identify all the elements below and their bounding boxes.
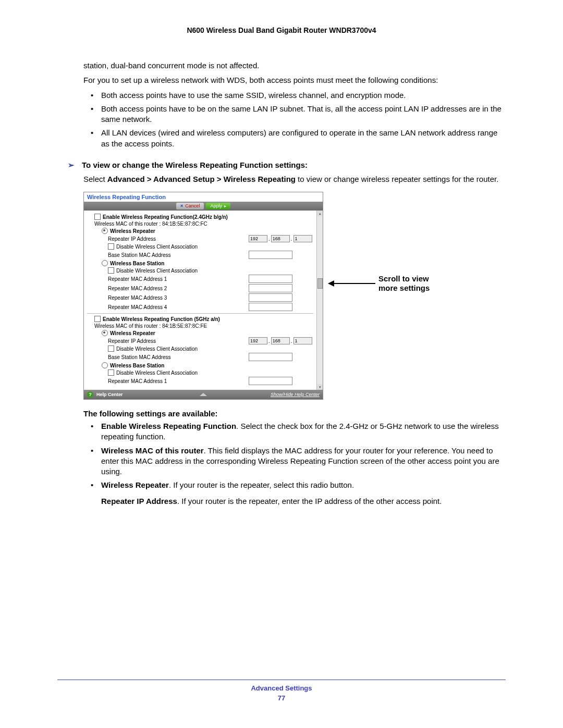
repeater-24-radio[interactable] — [102, 228, 108, 234]
ui-body: Enable Wireless Repeating Function(2.4GH… — [84, 211, 323, 390]
chevron-up-icon[interactable]: ▴ — [317, 211, 323, 216]
disable-assoc-5b-row: Disable Wireless Client Association — [87, 369, 313, 376]
rmac3-24-input[interactable] — [249, 293, 292, 302]
rmac1-24-row: Repeater MAC Address 1 — [87, 275, 313, 283]
show-hide-help[interactable]: Show/Hide Help Center — [271, 392, 320, 397]
chevron-up-icon[interactable] — [200, 393, 207, 396]
disable-assoc-5a-label: Disable Wireless Client Association — [116, 346, 198, 352]
rmac2-24-row: Repeater MAC Address 2 — [87, 284, 313, 292]
enable-24-checkbox[interactable] — [94, 214, 101, 220]
setting-1-bold: Enable Wireless Repeating Function — [101, 422, 236, 430]
disable-assoc-24a-label: Disable Wireless Client Association — [116, 244, 198, 250]
base-5-label: Wireless Base Station — [110, 363, 164, 368]
base-5-row: Wireless Base Station — [87, 362, 313, 368]
repeater-24-row: Wireless Repeater — [87, 228, 313, 234]
setting-4-text: . If your router is the repeater, enter … — [177, 497, 442, 505]
callout-l2: more settings — [378, 283, 430, 292]
base-24-row: Wireless Base Station — [87, 260, 313, 266]
footer: Advanced Settings 77 — [57, 680, 506, 702]
settings-list: Enable Wireless Repeating Function. Sele… — [89, 421, 506, 507]
scrollbar[interactable]: ▴ ▾ — [316, 211, 323, 390]
repeater-5-radio[interactable] — [102, 330, 108, 336]
apply-label: Apply — [210, 203, 222, 209]
help-label[interactable]: Help Center — [96, 392, 123, 397]
setting-2: Wireless MAC of this router. This field … — [89, 446, 506, 477]
base-24-label: Wireless Base Station — [110, 261, 164, 266]
step-bold: Advanced > Advanced Setup > Wireless Rep… — [107, 175, 296, 183]
rmac1-24-label: Repeater MAC Address 1 — [108, 276, 249, 282]
basemac-5-row: Base Station MAC Address — [87, 353, 313, 361]
scrollbar-thumb[interactable] — [317, 278, 323, 289]
chevron-right-icon: ▸ — [224, 203, 226, 209]
cancel-button[interactable]: ×Cancel — [176, 203, 204, 209]
rmac1-5-row: Repeater MAC Address 1 — [87, 377, 313, 385]
basemac-5-input[interactable] — [249, 353, 292, 361]
rmac4-24-input[interactable] — [249, 303, 292, 311]
basemac-5-label: Base Station MAC Address — [108, 354, 249, 360]
mac-5-row: Wireless MAC of this router : 84:1B:5E:8… — [87, 323, 313, 329]
ip24-b[interactable] — [271, 235, 290, 242]
setting-3: Wireless Repeater. If your router is the… — [89, 480, 506, 507]
separator — [87, 313, 313, 314]
help-icon[interactable]: ? — [87, 391, 93, 398]
base-24-radio[interactable] — [102, 260, 108, 266]
repeater-5-label: Wireless Repeater — [110, 330, 155, 336]
disable-assoc-5a-checkbox[interactable] — [108, 346, 114, 352]
repeater-ip-5-row: Repeater IP Address . . . — [87, 337, 313, 344]
callout-text: Scroll to view more settings — [378, 274, 430, 293]
disable-assoc-24b-checkbox[interactable] — [108, 267, 114, 274]
disable-assoc-5b-checkbox[interactable] — [108, 369, 114, 376]
cancel-label: Cancel — [185, 203, 200, 209]
basemac-24-label: Base Station MAC Address — [108, 252, 249, 258]
condition-1: Both access points have to use the same … — [89, 90, 506, 101]
basemac-24-row: Base Station MAC Address — [87, 251, 313, 259]
intro-line-2: For you to set up a wireless network wit… — [83, 75, 506, 85]
rmac2-24-input[interactable] — [249, 284, 292, 292]
arrow-left-icon — [328, 283, 375, 284]
ip5-c[interactable] — [293, 337, 312, 344]
step-pre: Select — [83, 175, 107, 183]
ui-title: Wireless Repeating Function — [84, 192, 323, 202]
footer-title: Advanced Settings — [57, 684, 506, 692]
rmac4-24-row: Repeater MAC Address 4 — [87, 303, 313, 311]
chevron-down-icon[interactable]: ▾ — [317, 384, 323, 390]
repeater-5-row: Wireless Repeater — [87, 330, 313, 336]
rmac2-24-label: Repeater MAC Address 2 — [108, 286, 249, 291]
disable-assoc-5b-label: Disable Wireless Client Association — [116, 370, 198, 376]
base-5-radio[interactable] — [102, 362, 108, 368]
button-bar: ×Cancel Apply▸ — [84, 202, 323, 211]
repeater-ip-24-row: Repeater IP Address . . . — [87, 235, 313, 242]
rmac1-24-input[interactable] — [249, 275, 292, 283]
scroll-area[interactable]: Enable Wireless Repeating Function(2.4GH… — [87, 213, 320, 389]
callout: Scroll to view more settings — [328, 274, 430, 293]
condition-3: All LAN devices (wired and wireless comp… — [89, 128, 506, 149]
page-number: 77 — [57, 694, 506, 702]
procedure-heading-text: To view or change the Wireless Repeating… — [82, 161, 308, 169]
enable-5-checkbox[interactable] — [94, 316, 101, 322]
ip24-c[interactable] — [293, 235, 312, 242]
procedure-heading: ➢To view or change the Wireless Repeatin… — [68, 161, 506, 170]
basemac-24-input[interactable] — [249, 251, 292, 259]
rmac1-5-label: Repeater MAC Address 1 — [108, 378, 249, 384]
disable-assoc-24a-row: Disable Wireless Client Association — [87, 243, 313, 250]
rmac3-24-row: Repeater MAC Address 3 — [87, 293, 313, 302]
enable-24-label: Enable Wireless Repeating Function(2.4GH… — [103, 214, 228, 220]
apply-button[interactable]: Apply▸ — [206, 203, 230, 209]
condition-2: Both access points have to be on the sam… — [89, 104, 506, 125]
mac-24-label: Wireless MAC of this router : 84:1B:5E:8… — [94, 221, 207, 227]
rmac4-24-label: Repeater MAC Address 4 — [108, 304, 249, 310]
conditions-list: Both access points have to use the same … — [89, 90, 506, 149]
help-bar: ? Help Center Show/Hide Help Center — [84, 390, 323, 399]
enable-5-row: Enable Wireless Repeating Function (5GHz… — [87, 316, 313, 322]
ip5-a[interactable] — [249, 337, 267, 344]
rmac1-5-input[interactable] — [249, 377, 292, 385]
disable-assoc-24b-label: Disable Wireless Client Association — [116, 268, 198, 274]
repeater-24-label: Wireless Repeater — [110, 228, 155, 234]
disable-assoc-24b-row: Disable Wireless Client Association — [87, 267, 313, 274]
ip5-b[interactable] — [271, 337, 290, 344]
disable-assoc-24a-checkbox[interactable] — [108, 243, 114, 250]
ui-panel: Wireless Repeating Function ×Cancel Appl… — [83, 192, 323, 400]
callout-l1: Scroll to view — [378, 274, 429, 283]
ip24-a[interactable] — [249, 235, 267, 242]
disable-assoc-5a-row: Disable Wireless Client Association — [87, 346, 313, 352]
